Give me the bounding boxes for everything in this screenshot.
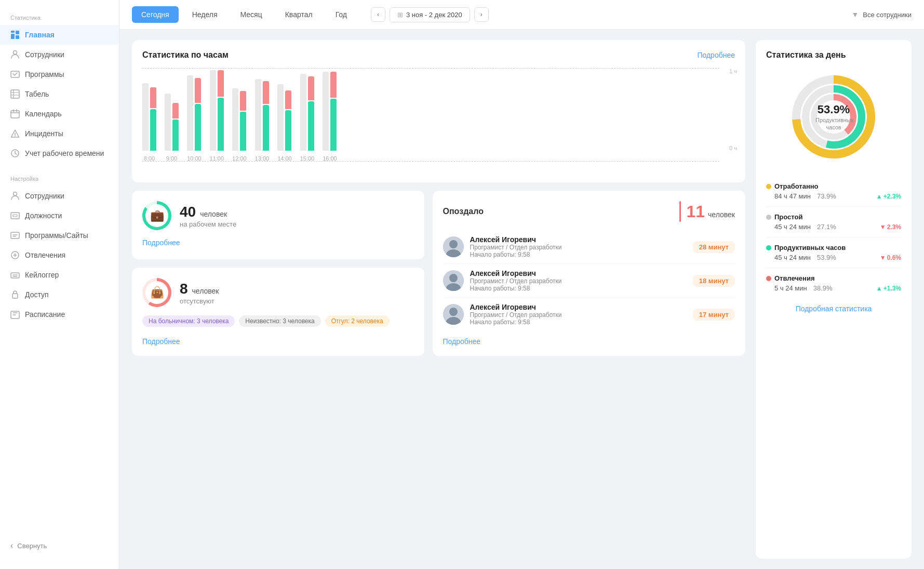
sidebar-item-employees-settings[interactable]: Сотрудники xyxy=(0,186,119,206)
sidebar-item-incidents[interactable]: Инциденты xyxy=(0,124,119,143)
home-icon xyxy=(10,30,20,39)
donut-label: Продуктивных часов xyxy=(815,116,852,131)
sidebar-item-worktime[interactable]: Учет рабочего времени xyxy=(0,143,119,163)
absent-icon: 👜 xyxy=(142,278,171,307)
next-date-button[interactable]: › xyxy=(474,7,489,22)
person-time-1: Начало работы: 9:58 xyxy=(470,285,687,292)
sidebar-item-tabel[interactable]: Табель xyxy=(0,84,119,104)
person-info-1: Алексей Игоревич Програмист / Отдел разр… xyxy=(470,269,687,292)
person-name-0: Алексей Игоревич xyxy=(470,235,687,244)
stat-productive-dot xyxy=(766,245,771,250)
svg-point-4 xyxy=(14,51,17,55)
absent-unit: человек xyxy=(192,287,219,295)
tag-unknown: Неизвестно: 3 человека xyxy=(239,315,320,327)
sidebar-item-employees[interactable]: Сотрудники xyxy=(0,45,119,64)
sidebar-item-incidents-label: Инциденты xyxy=(25,129,63,138)
employees2-icon xyxy=(10,191,20,201)
sidebar-item-access[interactable]: Доступ xyxy=(0,285,119,305)
person-role-1: Програмист / Отдел разработки xyxy=(470,277,687,285)
sidebar-section-stats: Статистика xyxy=(0,15,119,25)
detail-stats-link[interactable]: Подробная статистика xyxy=(766,305,901,313)
incidents-icon xyxy=(10,129,20,138)
sidebar-item-home[interactable]: Главная xyxy=(0,25,119,45)
at-work-link[interactable]: Подробнее xyxy=(142,239,180,247)
donut-wrapper: 53.9% Продуктивных часов xyxy=(787,70,880,164)
late-link[interactable]: Подробнее xyxy=(443,337,735,346)
left-column: Статистика по часам Подробнее xyxy=(132,40,745,559)
svg-rect-0 xyxy=(11,34,15,39)
absent-card: 👜 8 человек отсутсвуют На бо xyxy=(132,268,424,356)
absent-count: 8 xyxy=(180,281,188,297)
avatar-0 xyxy=(443,236,464,257)
tag-sick: На больничном: 3 человека xyxy=(142,315,235,327)
prev-date-button[interactable]: ‹ xyxy=(371,7,385,22)
stat-productive-name: Продуктивных часов xyxy=(774,244,846,252)
donut-center: 53.9% Продуктивных часов xyxy=(815,103,852,131)
hourly-stats-header: Статистика по часам Подробнее xyxy=(142,50,735,60)
bar-15: 15:00 xyxy=(300,74,315,162)
tab-week[interactable]: Неделя xyxy=(183,6,227,23)
svg-rect-1 xyxy=(16,31,19,34)
person-role-0: Програмист / Отдел разработки xyxy=(470,244,687,251)
stat-productive: Продуктивных часов 45 ч 24 мин 53.9% ▼0.… xyxy=(766,237,901,268)
tab-quarter[interactable]: Квартал xyxy=(276,6,322,23)
at-work-count: 40 xyxy=(180,204,196,220)
main-content: Сегодня Неделя Месяц Квартал Год ‹ ⊞ 3 н… xyxy=(119,0,924,569)
svg-rect-7 xyxy=(11,111,19,118)
late-header: Опоздало 11 человек xyxy=(443,201,735,222)
sidebar-item-schedule[interactable]: Расписание xyxy=(0,305,119,324)
stat-worked: Отработанно 84 ч 47 мин 73.9% ▲+2.3% xyxy=(766,176,901,207)
bar-13: 13:00 xyxy=(255,79,270,162)
person-item-1: Алексей Игоревич Програмист / Отдел разр… xyxy=(443,264,735,298)
person-time-0: Начало работы: 9:58 xyxy=(470,251,687,258)
sidebar-item-keylogger[interactable]: Кейлоггер xyxy=(0,265,119,285)
stat-distractions-pct: 38.9% xyxy=(813,284,833,292)
hourly-stats-title: Статистика по часам xyxy=(142,50,229,60)
filter-employees[interactable]: ▼ Все сотрудники xyxy=(851,10,912,19)
keylogger-icon xyxy=(10,270,20,280)
sidebar: Статистика Главная Сотрудники Программы … xyxy=(0,0,119,569)
sidebar-collapse[interactable]: ‹ Свернуть xyxy=(0,533,119,559)
stat-worked-dot xyxy=(766,184,771,189)
stat-worked-time: 84 ч 47 мин xyxy=(774,192,811,200)
minutes-badge-2: 17 минут xyxy=(693,309,735,321)
sidebar-item-calendar-label: Календарь xyxy=(25,110,62,118)
sidebar-item-schedule-label: Расписание xyxy=(25,310,65,319)
sidebar-item-distractions-label: Отвлечения xyxy=(25,251,65,259)
chart-y-bottom: 0 ч xyxy=(729,145,737,151)
stat-distractions-change: ▲+1.3% xyxy=(876,285,901,292)
sidebar-item-calendar[interactable]: Календарь xyxy=(0,104,119,124)
bar-10: 10:00 xyxy=(187,75,202,162)
stat-idle-dot xyxy=(766,215,771,220)
svg-point-24 xyxy=(449,308,458,316)
sidebar-item-programs-sites[interactable]: Программы/Сайты xyxy=(0,226,119,245)
tab-month[interactable]: Месяц xyxy=(231,6,272,23)
topbar: Сегодня Неделя Месяц Квартал Год ‹ ⊞ 3 н… xyxy=(119,0,924,30)
tab-year[interactable]: Год xyxy=(326,6,356,23)
person-info-2: Алексей Игоревич Програмист / Отдел разр… xyxy=(470,303,687,326)
sidebar-item-positions[interactable]: Должности xyxy=(0,206,119,226)
sidebar-item-programs[interactable]: Программы xyxy=(0,64,119,84)
hourly-stats-link[interactable]: Подробнее xyxy=(697,51,735,59)
distractions-icon xyxy=(10,250,20,260)
avatar-2 xyxy=(443,304,464,325)
tab-today[interactable]: Сегодня xyxy=(132,6,179,23)
stat-distractions-header: Отвлечения xyxy=(766,274,901,282)
donut-pct: 53.9% xyxy=(815,103,852,116)
absent-link[interactable]: Подробнее xyxy=(142,337,180,346)
day-stats-title: Статистика за день xyxy=(766,50,901,60)
svg-point-9 xyxy=(14,192,17,196)
person-role-2: Програмист / Отдел разработки xyxy=(470,311,687,319)
bar-11: 11:00 xyxy=(210,70,224,162)
bottom-row: 💼 40 человек на рабочем месте Подробнее xyxy=(132,191,745,356)
absent-sublabel: отсутсвуют xyxy=(180,297,219,305)
bar-14: 14:00 xyxy=(277,84,292,162)
avatar-1 xyxy=(443,270,464,291)
bar-8: 8:00 xyxy=(142,83,156,162)
at-work-icon: 💼 xyxy=(142,201,171,230)
sidebar-item-distractions[interactable]: Отвлечения xyxy=(0,245,119,265)
stat-distractions: Отвлечения 5 ч 24 мин 38.9% ▲+1.3% xyxy=(766,268,901,298)
stat-distractions-row: 5 ч 24 мин 38.9% ▲+1.3% xyxy=(766,284,901,292)
hourly-chart: 8:00 9:00 xyxy=(142,68,735,172)
absent-top: 👜 8 человек отсутсвуют xyxy=(142,278,219,307)
